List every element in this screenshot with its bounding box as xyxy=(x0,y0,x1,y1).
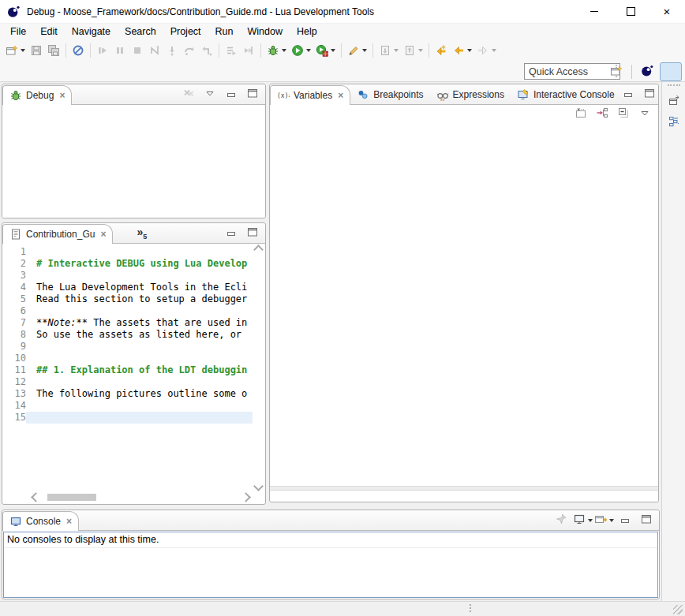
window-resize-grip[interactable] xyxy=(673,605,683,614)
console-content[interactable]: No consoles to display at this time. xyxy=(3,532,658,598)
minimize-button[interactable] xyxy=(224,88,238,102)
maximize-button[interactable] xyxy=(642,88,657,102)
close-icon[interactable]: × xyxy=(59,90,65,101)
editor-body[interactable]: 12# Interactive DEBUG using Lua Develop3… xyxy=(2,244,265,504)
menu-search[interactable]: Search xyxy=(118,24,163,39)
open-perspective-button[interactable] xyxy=(605,62,627,81)
external-tools-button[interactable] xyxy=(345,42,369,59)
debug-perspective-button[interactable] xyxy=(660,62,682,81)
view-menu-button[interactable] xyxy=(638,107,652,121)
open-console-icon xyxy=(594,513,607,528)
close-icon[interactable]: × xyxy=(66,516,72,527)
editor-vertical-scrollbar[interactable] xyxy=(253,246,264,490)
back-dropdown[interactable] xyxy=(467,49,472,52)
window-maximize-button[interactable] xyxy=(612,0,649,23)
editor-line[interactable]: 9 xyxy=(2,341,253,353)
menu-window[interactable]: Window xyxy=(241,24,290,39)
variables-header-toolbar xyxy=(621,88,662,102)
coverage-button[interactable] xyxy=(313,42,338,59)
editor-horizontal-scrollbar[interactable] xyxy=(32,492,249,502)
variables-detail-pane[interactable] xyxy=(270,491,658,502)
show-logical-structure-button[interactable] xyxy=(595,107,609,121)
statusbar-drag-handle[interactable] xyxy=(470,604,471,614)
menu-edit[interactable]: Edit xyxy=(33,24,65,39)
editor-line[interactable]: 15 xyxy=(2,412,253,424)
next-annotation-button xyxy=(376,42,401,59)
editor-line[interactable]: 12 xyxy=(2,376,253,388)
tab-debug[interactable]: Debug × xyxy=(2,85,72,105)
editor-line[interactable]: 5Read this section to setup a debugger xyxy=(2,293,253,305)
window-minimize-button[interactable] xyxy=(576,0,612,23)
display-selected-console-dropdown[interactable] xyxy=(588,519,593,522)
run-dropdown[interactable] xyxy=(306,49,311,52)
editor-line[interactable]: 7**Note:** The assets that are used in xyxy=(2,317,253,329)
resume-icon xyxy=(96,44,109,57)
previous-annotation-dropdown[interactable] xyxy=(418,49,423,52)
coverage-dropdown[interactable] xyxy=(331,49,335,52)
trim-drag-handle[interactable] xyxy=(668,84,680,86)
editor-line[interactable]: 6 xyxy=(2,305,253,317)
editor-line[interactable]: 1 xyxy=(2,246,253,258)
tab-console[interactable]: Console × xyxy=(2,511,79,531)
variables-tree-area[interactable] xyxy=(270,123,658,486)
tab-contribution-guide[interactable]: Contribution_Gu × xyxy=(2,224,113,244)
scroll-right-icon[interactable] xyxy=(241,492,251,502)
last-edit-location-button[interactable] xyxy=(432,42,450,59)
editor-line[interactable]: 8So use the assets as listed here, or xyxy=(2,329,253,341)
collapse-all-icon xyxy=(617,106,630,121)
menu-navigate[interactable]: Navigate xyxy=(65,24,118,39)
view-menu-button[interactable] xyxy=(203,88,217,102)
menu-file[interactable]: File xyxy=(3,24,33,39)
outline-view-button[interactable] xyxy=(665,114,683,131)
skip-all-breakpoints-button[interactable] xyxy=(69,42,87,59)
debug-view-header: Debug × xyxy=(2,84,265,105)
editor-line[interactable]: 2# Interactive DEBUG using Lua Develop xyxy=(2,258,253,270)
run-button[interactable] xyxy=(289,42,313,59)
maximize-button[interactable] xyxy=(245,88,260,102)
display-selected-console-button[interactable] xyxy=(575,513,590,528)
minimize-button[interactable] xyxy=(618,513,632,528)
new-wizard-button[interactable] xyxy=(3,42,28,59)
back-button[interactable] xyxy=(450,42,474,59)
tab-interactive-console[interactable]: Interactive Console xyxy=(511,85,621,104)
editor-line[interactable]: 13The following pictures outline some o xyxy=(2,388,253,400)
collapse-all-button[interactable] xyxy=(616,107,631,121)
show-type-names-button[interactable] xyxy=(574,107,588,121)
close-icon[interactable]: × xyxy=(338,90,343,101)
editor-line[interactable]: 3 xyxy=(2,270,253,282)
window-close-button[interactable]: × xyxy=(649,0,685,23)
editor-line[interactable]: 4The Lua Development Tools in the Ecli xyxy=(2,282,253,293)
forward-dropdown[interactable] xyxy=(492,49,496,52)
restore-view-button[interactable] xyxy=(665,92,683,110)
editor-line[interactable]: 14 xyxy=(2,400,253,412)
tab-variables[interactable]: (x)=Variables× xyxy=(270,85,350,105)
tab-breakpoints[interactable]: Breakpoints xyxy=(350,85,429,104)
scrollbar-thumb[interactable] xyxy=(47,494,96,501)
editor-line[interactable]: 10 xyxy=(2,353,253,364)
scroll-up-icon[interactable] xyxy=(253,245,264,255)
remove-all-terminated-icon xyxy=(182,87,195,102)
menu-run[interactable]: Run xyxy=(208,24,241,39)
close-icon[interactable]: × xyxy=(100,229,106,240)
maximize-button[interactable] xyxy=(245,226,260,241)
minimize-button[interactable] xyxy=(621,88,635,102)
debug-dropdown[interactable] xyxy=(282,49,286,52)
next-annotation-dropdown[interactable] xyxy=(394,49,399,52)
minimize-button[interactable] xyxy=(224,226,238,241)
menu-help[interactable]: Help xyxy=(290,24,324,39)
new-wizard-dropdown[interactable] xyxy=(21,49,25,52)
open-console-dropdown[interactable] xyxy=(609,519,614,522)
scroll-down-icon[interactable] xyxy=(253,481,264,491)
lua-perspective-button[interactable] xyxy=(636,62,658,81)
maximize-button[interactable] xyxy=(639,513,653,528)
scroll-left-icon[interactable] xyxy=(31,492,41,502)
menu-project[interactable]: Project xyxy=(163,24,208,39)
hidden-editors-chevron[interactable]: »5 xyxy=(137,226,147,241)
debug-view-content[interactable] xyxy=(2,105,265,218)
tab-expressions[interactable]: xyExpressions xyxy=(430,85,511,104)
debug-button[interactable] xyxy=(264,42,289,59)
editor-line[interactable]: 11## 1. Explanation of the LDT debuggin xyxy=(2,364,253,376)
external-tools-dropdown[interactable] xyxy=(362,49,367,52)
open-console-button[interactable] xyxy=(597,513,611,528)
main-toolbar xyxy=(0,39,685,62)
